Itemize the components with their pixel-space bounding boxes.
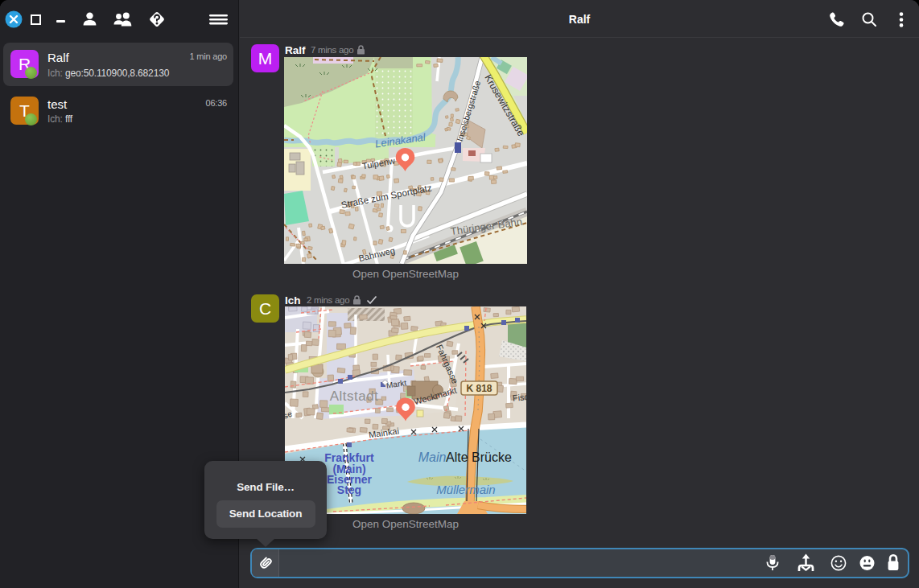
svg-text:Main: Main — [418, 450, 447, 464]
svg-text:Altstadt: Altstadt — [330, 389, 379, 404]
svg-text:Alte Brücke: Alte Brücke — [446, 450, 512, 464]
svg-text:K 818: K 818 — [466, 383, 492, 394]
svg-text:Fisc: Fisc — [512, 392, 526, 403]
svg-text:Steg: Steg — [337, 483, 361, 496]
svg-text:Müllermain: Müllermain — [436, 483, 495, 496]
